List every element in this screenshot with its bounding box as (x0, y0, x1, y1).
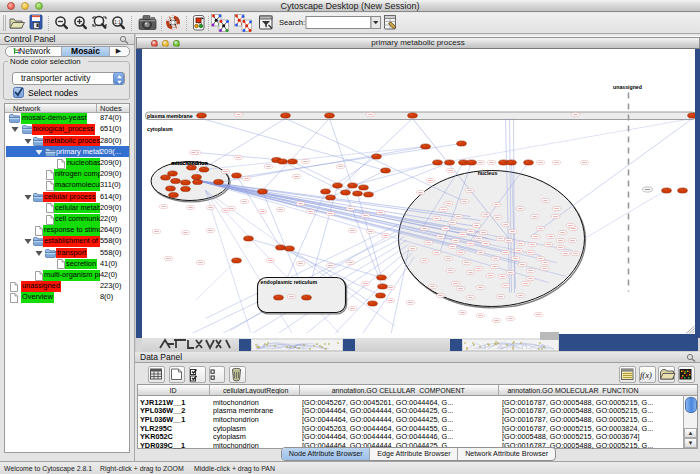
svg-text:mitochondrion: mitochondrion (171, 159, 207, 165)
svg-text:f(x): f(x) (640, 370, 652, 380)
svg-text:plasma membrane: plasma membrane (147, 113, 193, 119)
svg-text:endoplasmic reticulum: endoplasmic reticulum (260, 279, 317, 285)
svg-text:cytoplasm: cytoplasm (147, 126, 173, 132)
svg-text:unassigned: unassigned (613, 83, 642, 89)
svg-text:nucleus: nucleus (477, 169, 497, 175)
svg-text:Search:: Search: (279, 18, 305, 27)
svg-text:1:1: 1:1 (114, 19, 121, 25)
